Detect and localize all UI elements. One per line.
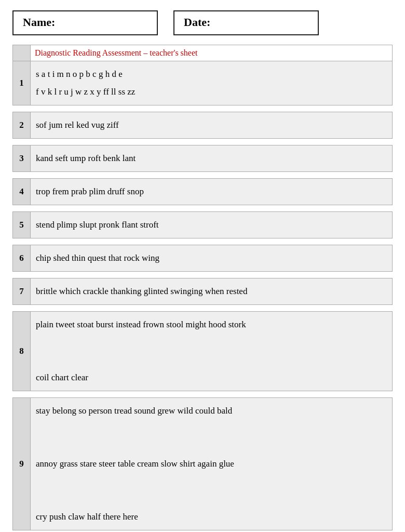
table-row: 2sof jum rel ked vug ziff xyxy=(13,112,393,139)
word-line: trop frem prab plim druff snop xyxy=(36,187,144,196)
assessment-title: Diagnostic Reading Assessment – teacher'… xyxy=(35,48,197,57)
spacer-row xyxy=(13,105,393,112)
header: Name: Date: xyxy=(12,10,393,35)
words-cell: chip shed thin quest that rock wing xyxy=(31,245,393,272)
spacer-row xyxy=(13,305,393,312)
table-row: 8plain tweet stoat burst instead frown s… xyxy=(13,312,393,391)
words-cell: stend plimp slupt pronk flant stroft xyxy=(31,212,393,238)
table-row: 3kand seft ump roft benk lant xyxy=(13,145,393,172)
row-number: 1 xyxy=(13,61,31,105)
word-line: stend plimp slupt pronk flant stroft xyxy=(36,220,159,230)
table-row: 6chip shed thin quest that rock wing xyxy=(13,245,393,272)
words-cell: sof jum rel ked vug ziff xyxy=(31,112,393,139)
row-number: 9 xyxy=(13,398,31,530)
spacer-row xyxy=(13,238,393,245)
row-number: 5 xyxy=(13,212,31,238)
date-box[interactable]: Date: xyxy=(173,10,319,35)
word-line: plain tweet stoat burst instead frown st… xyxy=(36,320,246,329)
table-row: 1s a t i m n o p b c g h d ef v k l r u … xyxy=(13,61,393,105)
table-row: 4trop frem prab plim druff snop xyxy=(13,179,393,205)
spacer-row xyxy=(13,272,393,278)
name-label: Name: xyxy=(23,16,55,29)
words-cell: trop frem prab plim druff snop xyxy=(31,179,393,205)
assessment-table: Diagnostic Reading Assessment – teacher'… xyxy=(12,45,393,532)
row-number: 3 xyxy=(13,145,31,172)
date-label: Date: xyxy=(184,16,210,29)
words-cell: plain tweet stoat burst instead frown st… xyxy=(31,312,393,391)
title-row: Diagnostic Reading Assessment – teacher'… xyxy=(13,45,393,61)
spacer-row xyxy=(13,205,393,212)
words-cell: s a t i m n o p b c g h d ef v k l r u j… xyxy=(31,61,393,105)
words-cell: stay belong so person tread sound grew w… xyxy=(31,398,393,530)
row-number: 2 xyxy=(13,112,31,139)
word-line: brittle which crackle thanking glinted s… xyxy=(36,286,247,296)
word-line: f v k l r u j w z x y ff ll ss zz xyxy=(36,87,135,97)
word-line: annoy grass stare steer table cream slow… xyxy=(36,459,234,469)
spacer-row xyxy=(13,172,393,179)
word-line: chip shed thin quest that rock wing xyxy=(36,253,159,263)
word-line: stay belong so person tread sound grew w… xyxy=(36,406,232,416)
word-line: cry push claw half there here xyxy=(36,512,138,522)
table-row: 5stend plimp slupt pronk flant stroft xyxy=(13,212,393,238)
spacer-row xyxy=(13,391,393,398)
row-number: 4 xyxy=(13,179,31,205)
row-number: 8 xyxy=(13,312,31,391)
name-box[interactable]: Name: xyxy=(12,10,158,35)
word-line: sof jum rel ked vug ziff xyxy=(36,120,119,130)
word-line: kand seft ump roft benk lant xyxy=(36,153,136,163)
spacer-row xyxy=(13,139,393,145)
row-number: 6 xyxy=(13,245,31,272)
words-cell: kand seft ump roft benk lant xyxy=(31,145,393,172)
words-cell: brittle which crackle thanking glinted s… xyxy=(31,278,393,305)
table-row: 9stay belong so person tread sound grew … xyxy=(13,398,393,530)
word-line: s a t i m n o p b c g h d e xyxy=(36,69,123,79)
word-line: coil chart clear xyxy=(36,373,88,382)
row-number: 7 xyxy=(13,278,31,305)
table-row: 7brittle which crackle thanking glinted … xyxy=(13,278,393,305)
spacer-row xyxy=(13,530,393,533)
